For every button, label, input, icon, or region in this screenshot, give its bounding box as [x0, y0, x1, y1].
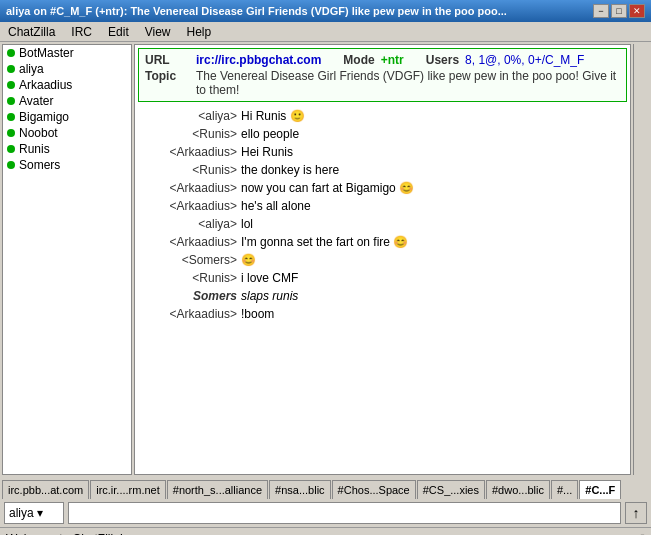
user-item-botmaster[interactable]: BotMaster: [3, 45, 131, 61]
minimize-button[interactable]: −: [593, 4, 609, 18]
menu-view[interactable]: View: [141, 25, 175, 39]
window-title: aliya on #C_M_F (+ntr): The Venereal Dis…: [6, 5, 507, 17]
tab-server1[interactable]: irc.pbb...at.com: [2, 480, 89, 499]
nick-dropdown[interactable]: aliya ▾: [4, 502, 64, 524]
message-row: <Arkaadius> I'm gonna set the fart on fi…: [141, 233, 624, 251]
message-nick: <Arkaadius>: [141, 305, 241, 323]
user-item-noobot[interactable]: Noobot: [3, 125, 131, 141]
message-nick: <Arkaadius>: [141, 179, 241, 197]
message-text: now you can fart at Bigamigo 😊: [241, 179, 414, 197]
tab-channel-nsa[interactable]: #nsa...blic: [269, 480, 331, 499]
chat-area: URL irc://irc.pbbgchat.com Mode +ntr Use…: [134, 44, 631, 475]
menu-edit[interactable]: Edit: [104, 25, 133, 39]
user-name: Arkaadius: [19, 78, 72, 92]
current-nick: aliya: [9, 506, 34, 520]
main-container: BotMaster aliya Arkaadius Avater Bigamig…: [0, 42, 651, 477]
message-nick: <Runis>: [141, 269, 241, 287]
menu-help[interactable]: Help: [183, 25, 216, 39]
user-name: Avater: [19, 94, 53, 108]
server-url[interactable]: irc://irc.pbbgchat.com: [196, 53, 321, 67]
message-nick: <Arkaadius>: [141, 143, 241, 161]
message-nick: <Arkaadius>: [141, 233, 241, 251]
user-status-dot: [7, 65, 15, 73]
tab-server2[interactable]: irc.ir....rm.net: [90, 480, 166, 499]
message-text: ello people: [241, 125, 299, 143]
user-item-runis[interactable]: Runis: [3, 141, 131, 157]
reload-icon[interactable]: ↺: [635, 532, 645, 536]
chat-scrollbar[interactable]: [633, 44, 649, 475]
message-row: <Runis> the donkey is here: [141, 161, 624, 179]
tab-channel-chos[interactable]: #Chos...Space: [332, 480, 416, 499]
tab-channel-more[interactable]: #...: [551, 480, 578, 499]
title-bar: aliya on #C_M_F (+ntr): The Venereal Dis…: [0, 0, 651, 22]
user-status-dot: [7, 49, 15, 57]
status-text: Welcome to ChatZilla!: [6, 532, 123, 536]
message-nick: <aliya>: [141, 107, 241, 125]
user-status-dot: [7, 81, 15, 89]
bottom-row: aliya ▾ ↑: [0, 499, 651, 527]
tab-channel-cmf[interactable]: #C...F: [579, 480, 621, 499]
message-text: he's all alone: [241, 197, 311, 215]
menu-bar: ChatZilla IRC Edit View Help: [0, 22, 651, 42]
message-row: <aliya> lol: [141, 215, 624, 233]
tab-channel-cs[interactable]: #CS_...xies: [417, 480, 485, 499]
message-row: <Arkaadius> he's all alone: [141, 197, 624, 215]
user-item-avater[interactable]: Avater: [3, 93, 131, 109]
user-status-dot: [7, 161, 15, 169]
chat-messages: <aliya> Hi Runis 🙂 <Runis> ello people <…: [135, 105, 630, 474]
message-nick: Somers: [141, 287, 241, 305]
message-row: <Somers> 😊: [141, 251, 624, 269]
tab-channel-north[interactable]: #north_s...alliance: [167, 480, 268, 499]
restore-button[interactable]: □: [611, 4, 627, 18]
message-row: <Arkaadius> Hei Runis: [141, 143, 624, 161]
user-status-dot: [7, 113, 15, 121]
menu-irc[interactable]: IRC: [67, 25, 96, 39]
message-nick: <Runis>: [141, 161, 241, 179]
users-count: 8, 1@, 0%, 0+/C_M_F: [465, 53, 584, 67]
message-text: lol: [241, 215, 253, 233]
users-label: Users: [426, 53, 459, 67]
tabs-row: irc.pbb...at.com irc.ir....rm.net #north…: [0, 477, 651, 499]
user-item-aliya[interactable]: aliya: [3, 61, 131, 77]
user-item-arkaadius[interactable]: Arkaadius: [3, 77, 131, 93]
user-status-dot: [7, 97, 15, 105]
dropdown-arrow-icon: ▾: [37, 506, 43, 520]
message-text: Hi Runis 🙂: [241, 107, 305, 125]
user-status-dot: [7, 145, 15, 153]
user-name: Runis: [19, 142, 50, 156]
message-row: <Arkaadius> !boom: [141, 305, 624, 323]
message-text: 😊: [241, 251, 256, 269]
user-name: aliya: [19, 62, 44, 76]
message-nick: <aliya>: [141, 215, 241, 233]
send-button[interactable]: ↑: [625, 502, 647, 524]
message-nick: <Somers>: [141, 251, 241, 269]
user-list: BotMaster aliya Arkaadius Avater Bigamig…: [2, 44, 132, 475]
message-row: <Arkaadius> now you can fart at Bigamigo…: [141, 179, 624, 197]
user-item-bigamigo[interactable]: Bigamigo: [3, 109, 131, 125]
url-label: URL: [145, 53, 190, 67]
channel-mode: +ntr: [381, 53, 404, 67]
close-button[interactable]: ✕: [629, 4, 645, 18]
channel-topic: The Venereal Disease Girl Friends (VDGF)…: [196, 69, 620, 97]
message-text: I'm gonna set the fart on fire 😊: [241, 233, 408, 251]
message-row: Somers slaps runis: [141, 287, 624, 305]
menu-chatzilla[interactable]: ChatZilla: [4, 25, 59, 39]
message-text: !boom: [241, 305, 274, 323]
user-item-somers[interactable]: Somers: [3, 157, 131, 173]
user-name: Somers: [19, 158, 60, 172]
chat-input[interactable]: [68, 502, 621, 524]
message-row: <Runis> i love CMF: [141, 269, 624, 287]
user-name: BotMaster: [19, 46, 74, 60]
message-nick: <Runis>: [141, 125, 241, 143]
user-name: Bigamigo: [19, 110, 69, 124]
message-text: slaps runis: [241, 287, 298, 305]
message-text: the donkey is here: [241, 161, 339, 179]
message-row: <aliya> Hi Runis 🙂: [141, 107, 624, 125]
tab-channel-dwo[interactable]: #dwo...blic: [486, 480, 550, 499]
message-row: <Runis> ello people: [141, 125, 624, 143]
user-name: Noobot: [19, 126, 58, 140]
user-status-dot: [7, 129, 15, 137]
window-controls: − □ ✕: [593, 4, 645, 18]
status-bar: Welcome to ChatZilla! ↺: [0, 527, 651, 535]
message-nick: <Arkaadius>: [141, 197, 241, 215]
